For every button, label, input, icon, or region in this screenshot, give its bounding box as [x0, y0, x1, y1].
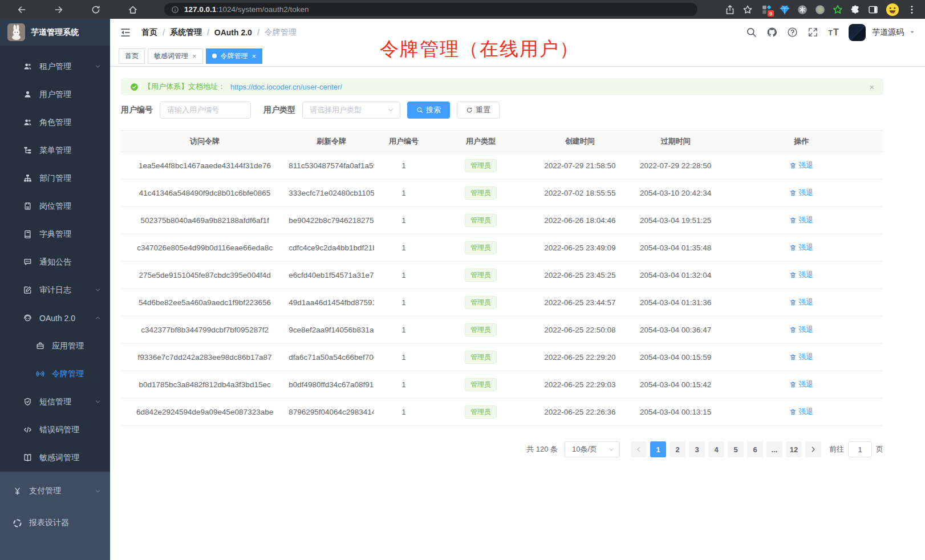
share-icon[interactable]: [725, 5, 735, 15]
next-page-button[interactable]: [805, 441, 821, 457]
submenu-arrow-icon: [95, 119, 101, 125]
help-icon[interactable]: [787, 27, 798, 38]
gem-extension-icon[interactable]: [780, 5, 790, 15]
column-header[interactable]: 过期时间: [632, 131, 720, 152]
page-button[interactable]: ...: [766, 441, 782, 457]
sidebar-item[interactable]: 审计日志: [0, 276, 110, 304]
force-logout-button[interactable]: 强退: [789, 324, 813, 335]
prev-page-button[interactable]: [631, 441, 647, 457]
page-button[interactable]: 3: [689, 441, 705, 457]
sidebar-item[interactable]: 应用管理: [0, 332, 110, 360]
page-button[interactable]: 2: [670, 441, 685, 457]
sidebar-item[interactable]: 短信管理: [0, 388, 110, 416]
refresh-token-cell: e6cfd40eb1f54571a31e775e039c4624: [289, 262, 374, 289]
submenu-arrow-icon: [95, 427, 101, 433]
page-button[interactable]: 1: [650, 441, 666, 457]
breadcrumb-item[interactable]: 令牌管理: [265, 27, 297, 38]
reset-button[interactable]: 重置: [457, 102, 500, 119]
column-header[interactable]: 用户类型: [433, 131, 528, 152]
user-avatar[interactable]: [849, 24, 866, 41]
info-icon[interactable]: [171, 6, 179, 14]
force-logout-button[interactable]: 强退: [789, 160, 813, 171]
search-icon[interactable]: [746, 27, 757, 38]
created-time-cell: 2022-06-25 22:29:20: [528, 344, 632, 371]
sidebar-item[interactable]: 岗位管理: [0, 192, 110, 220]
url-bar[interactable]: 127.0.0.1:1024/system/oauth2/token: [164, 3, 697, 16]
forward-icon[interactable]: [54, 5, 64, 15]
breadcrumb: 首页 / 系统管理 / OAuth 2.0 / 令牌管理: [141, 27, 297, 38]
sidebar-collapse-icon[interactable]: [120, 27, 131, 38]
user-id-cell: 1: [374, 207, 433, 234]
trash-icon: [789, 408, 797, 416]
column-header[interactable]: 用户编号: [374, 131, 433, 152]
username[interactable]: 芋道源码: [872, 27, 904, 38]
page-button[interactable]: 12: [786, 441, 802, 457]
view-tab[interactable]: 敏感词管理 ×: [148, 48, 203, 64]
column-header[interactable]: 访问令牌: [121, 131, 289, 152]
sidebar-item[interactable]: 菜单管理: [0, 136, 110, 164]
sidebar-item[interactable]: 角色管理: [0, 108, 110, 136]
page-button[interactable]: 4: [708, 441, 724, 457]
force-logout-button[interactable]: 强退: [789, 270, 813, 280]
github-icon[interactable]: [766, 27, 777, 38]
page-size-select[interactable]: 10条/页: [565, 441, 620, 457]
force-logout-button[interactable]: 强退: [789, 215, 813, 225]
dot-extension-icon[interactable]: [815, 5, 825, 15]
breadcrumb-item[interactable]: OAuth 2.0: [214, 28, 252, 37]
side-panel-icon[interactable]: [868, 5, 878, 15]
emoji-avatar-icon[interactable]: [886, 3, 899, 17]
force-logout-button[interactable]: 强退: [789, 352, 813, 362]
force-logout-button[interactable]: 强退: [789, 379, 813, 389]
column-header[interactable]: 刷新令牌: [289, 131, 374, 152]
force-logout-button[interactable]: 强退: [789, 407, 813, 417]
asterisk-extension-icon[interactable]: [797, 5, 808, 15]
badge-icon: [23, 202, 32, 210]
alert-doc-link[interactable]: https://doc.iocoder.cn/user-center/: [230, 83, 342, 91]
font-size-icon[interactable]: TT: [828, 27, 839, 38]
force-logout-button[interactable]: 强退: [789, 242, 813, 253]
search-button[interactable]: 搜索: [407, 102, 450, 119]
url-host: 127.0.0.1: [184, 5, 216, 14]
sidebar: 芋道管理系统 租户管理 用户管理 角色管理: [0, 19, 110, 560]
user-menu-caret-icon[interactable]: [909, 29, 915, 35]
sidebar-item[interactable]: 字典管理: [0, 220, 110, 248]
view-tab[interactable]: 令牌管理 ×: [206, 48, 263, 64]
view-tab[interactable]: 首页 ×: [119, 48, 145, 64]
force-logout-button[interactable]: 强退: [789, 188, 813, 198]
user-id-input[interactable]: [160, 102, 251, 119]
puzzle-extension-icon[interactable]: [850, 5, 861, 15]
breadcrumb-item[interactable]: 系统管理: [170, 27, 202, 38]
bookmark-star-icon[interactable]: [743, 5, 753, 15]
sidebar-header[interactable]: 芋道管理系统: [0, 19, 110, 46]
tab-close-icon[interactable]: ×: [192, 52, 197, 60]
sidebar-item[interactable]: 通知公告: [0, 248, 110, 276]
tab-label: 令牌管理: [221, 51, 248, 61]
reload-icon[interactable]: [91, 5, 101, 15]
back-icon[interactable]: [17, 5, 27, 15]
star-extension-icon[interactable]: [833, 5, 843, 15]
sidebar-item[interactable]: 令牌管理: [0, 360, 110, 388]
alert-close-icon[interactable]: ×: [869, 83, 874, 91]
sidebar-item[interactable]: 租户管理: [0, 52, 110, 80]
user-type-select[interactable]: 请选择用户类型: [302, 102, 400, 119]
column-header[interactable]: 创建时间: [528, 131, 632, 152]
home-icon[interactable]: [128, 5, 138, 15]
sidebar-item[interactable]: OAuth 2.0: [0, 304, 110, 332]
force-logout-button[interactable]: 强退: [789, 297, 813, 307]
tab-close-icon[interactable]: ×: [252, 52, 257, 60]
sidebar-item[interactable]: 错误码管理: [0, 416, 110, 444]
goto-page-input[interactable]: [848, 441, 872, 457]
user-type-badge: 管理员: [465, 159, 497, 173]
breadcrumb-item[interactable]: 首页: [141, 27, 157, 38]
sidebar-item[interactable]: 报表设计器: [0, 507, 110, 539]
page-button[interactable]: 5: [728, 441, 744, 457]
sidebar-item[interactable]: 支付管理: [0, 475, 110, 507]
user-type-placeholder: 请选择用户类型: [310, 105, 362, 115]
sidebar-item[interactable]: 用户管理: [0, 80, 110, 108]
page-button[interactable]: 6: [747, 441, 763, 457]
kebab-menu-icon[interactable]: [907, 5, 917, 15]
sidebar-item[interactable]: 敏感词管理: [0, 444, 110, 472]
fullscreen-icon[interactable]: [808, 27, 818, 38]
column-header[interactable]: 操作: [720, 131, 884, 152]
sidebar-item[interactable]: 部门管理: [0, 164, 110, 192]
